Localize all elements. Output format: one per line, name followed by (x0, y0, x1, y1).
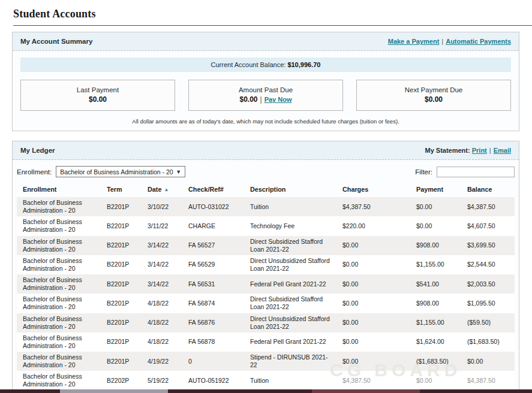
col-header-description[interactable]: Description (244, 183, 336, 197)
account-summary-title: My Account Summary (20, 38, 92, 45)
bottom-edge-segment (312, 389, 420, 393)
ledger-header: My Ledger My Statement: Print|Email (13, 141, 519, 160)
cell-balance: $4,387.50 (461, 197, 515, 216)
cell-payment: ($1,683.50) (410, 352, 461, 371)
amount-past-due-label: Amount Past Due (191, 86, 340, 93)
table-row: Bachelor of Business Administration - 20… (17, 371, 515, 390)
cell-date: 3/14/22 (142, 255, 182, 274)
cell-balance: $0.00 (461, 352, 515, 371)
col-header-checkref[interactable]: Check/Ref# (182, 183, 244, 197)
col-header-charges[interactable]: Charges (336, 183, 410, 197)
value-separator: | (260, 95, 262, 104)
cell-enrollment: Bachelor of Business Administration - 20 (17, 352, 101, 371)
amount-past-due-value: $0.00|Pay Now (191, 95, 340, 104)
col-header-payment[interactable]: Payment (410, 183, 461, 197)
automatic-payments-link[interactable]: Automatic Payments (446, 38, 511, 45)
cell-date: 4/18/22 (142, 294, 182, 313)
cell-enrollment: Bachelor of Business Administration - 20 (17, 216, 101, 235)
cell-enrollment: Bachelor of Business Administration - 20 (17, 255, 101, 274)
col-header-term[interactable]: Term (101, 183, 142, 197)
filter-input[interactable] (437, 167, 515, 177)
cell-payment: $1,155.00 (410, 313, 461, 332)
summary-note: All dollar amounts are as of today's dat… (19, 118, 513, 125)
cell-enrollment: Bachelor of Business Administration - 20 (17, 313, 101, 332)
cell-checkref: FA 56529 (182, 255, 244, 274)
cell-charges: $0.00 (336, 332, 410, 352)
link-separator: | (489, 147, 491, 154)
cell-description: Tuition (244, 371, 336, 390)
cell-balance: $4,387.50 (461, 371, 515, 390)
filter-label: Filter: (415, 168, 432, 176)
enrollment-label: Enrollment: (17, 168, 52, 176)
cell-payment: $908.00 (410, 236, 461, 255)
sort-ascending-icon: ▲ (164, 187, 169, 192)
cell-charges: $4,387.50 (336, 197, 410, 216)
cell-description: Tuition (244, 197, 336, 216)
cell-checkref: 0 (182, 352, 244, 371)
cell-term: B2201P (101, 332, 142, 352)
next-payment-due-value: $0.00 (359, 95, 508, 104)
ledger-controls: Enrollment: Bachelor of Business Adminis… (13, 160, 519, 182)
bottom-window-edge (0, 389, 532, 393)
cell-term: B2201P (101, 294, 142, 313)
cell-payment: $1,155.00 (410, 255, 461, 274)
cell-description: Direct Unsubsidized Stafford Loan 2021-2… (244, 313, 336, 332)
cell-date: 4/18/22 (142, 332, 182, 352)
cell-checkref: AUTO-051922 (182, 371, 244, 390)
cell-checkref: AUTO-031022 (182, 197, 244, 216)
make-a-payment-link[interactable]: Make a Payment (388, 38, 440, 45)
col-header-enrollment[interactable]: Enrollment (17, 183, 101, 197)
table-row: Bachelor of Business Administration - 20… (17, 313, 515, 332)
current-balance-bar: Current Account Balance: $10,996.70 (20, 58, 511, 72)
cell-balance: $3,699.50 (461, 236, 515, 255)
page-title: Student Accounts (0, 0, 532, 20)
cell-payment: $541.00 (410, 274, 461, 294)
cell-charges: $220.00 (336, 216, 410, 235)
balance-label: Current Account Balance: (211, 61, 286, 68)
cell-payment: $0.00 (410, 371, 461, 390)
account-summary-header: My Account Summary Make a Payment|Automa… (13, 32, 519, 51)
cell-checkref: FA 56531 (182, 274, 244, 294)
cell-payment: $0.00 (410, 216, 461, 235)
cell-payment: $1,624.00 (410, 332, 461, 352)
cell-charges: $0.00 (336, 352, 410, 371)
cell-balance: ($1,683.50) (461, 332, 515, 352)
cell-date: 4/19/22 (142, 352, 182, 371)
cell-checkref: FA 56874 (182, 294, 244, 313)
cell-term: B2201P (101, 255, 142, 274)
email-link[interactable]: Email (494, 147, 511, 154)
cell-description: Direct Subsidized Stafford Loan 2021-22 (244, 294, 336, 313)
cell-charges: $0.00 (336, 274, 410, 294)
cell-payment: $908.00 (410, 294, 461, 313)
cell-description: Federal Pell Grant 2021-22 (244, 332, 336, 352)
ledger-header-row: Enrollment Term Date▲ Check/Ref# Descrip… (17, 183, 515, 197)
cell-enrollment: Bachelor of Business Administration - 20 (17, 332, 101, 352)
balance-value: $10,996.70 (287, 61, 320, 68)
last-payment-box: Last Payment $0.00 (20, 80, 175, 111)
cell-enrollment: Bachelor of Business Administration - 20 (17, 236, 101, 255)
cell-payment: $0.00 (410, 197, 461, 216)
cell-date: 3/11/22 (142, 216, 182, 235)
cell-date: 5/19/22 (142, 371, 182, 390)
cell-balance: $2,544.50 (461, 255, 515, 274)
cell-charges: $4,387.50 (336, 371, 410, 390)
cell-date: 3/14/22 (142, 274, 182, 294)
enrollment-select[interactable]: Bachelor of Business Administration - 20… (56, 166, 185, 177)
bottom-edge-segment (60, 389, 168, 393)
cell-term: B2201P (101, 352, 142, 371)
table-row: Bachelor of Business Administration - 20… (17, 197, 515, 216)
cell-enrollment: Bachelor of Business Administration - 20 (17, 197, 101, 216)
col-header-balance[interactable]: Balance (461, 183, 515, 197)
cell-balance: $1,095.50 (461, 294, 515, 313)
account-summary-panel: My Account Summary Make a Payment|Automa… (12, 32, 519, 131)
pay-now-link[interactable]: Pay Now (265, 96, 292, 103)
cell-term: B2201P (101, 313, 142, 332)
last-payment-value: $0.00 (23, 95, 172, 104)
table-row: Bachelor of Business Administration - 20… (17, 236, 515, 255)
statement-links: My Statement: Print|Email (425, 147, 511, 154)
print-link[interactable]: Print (472, 147, 487, 154)
cell-enrollment: Bachelor of Business Administration - 20 (17, 294, 101, 313)
col-header-date[interactable]: Date▲ (142, 183, 182, 197)
ledger-table: Enrollment Term Date▲ Check/Ref# Descrip… (17, 183, 515, 393)
table-row: Bachelor of Business Administration - 20… (17, 294, 515, 313)
